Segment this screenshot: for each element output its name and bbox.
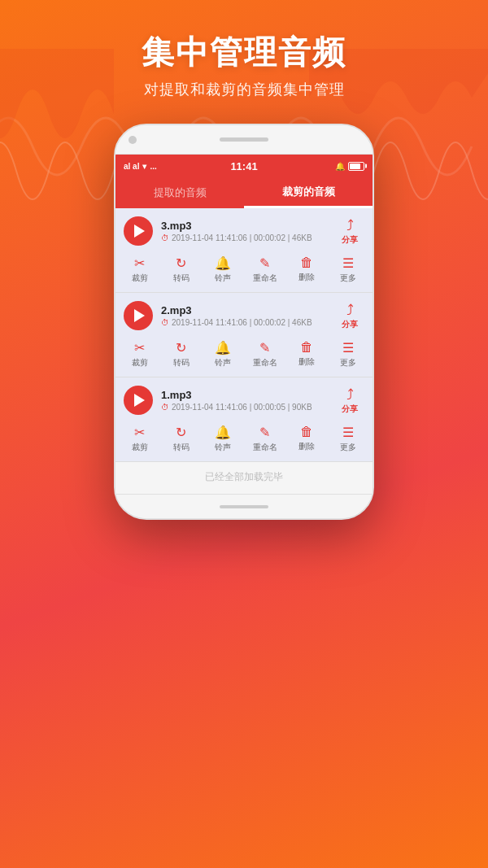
ringtone-label-3: 铃声 (215, 442, 231, 453)
rename-btn-2[interactable]: ✎ 重命名 (249, 340, 281, 369)
audio-actions-1: ✂ 裁剪 ↻ 转码 🔔 铃声 ✎ 重命名 (115, 251, 373, 292)
app-tab-bar: 提取的音频 裁剪的音频 (115, 177, 373, 208)
signal-icon: аl аl (124, 162, 139, 171)
audio-info-3: 1.mp3 ⏱ 2019-11-04 11:41:06 | 00:00:05 |… (161, 389, 327, 412)
share-button-1[interactable]: ⤴ 分享 (335, 217, 364, 246)
audio-filename-2: 2.mp3 (161, 304, 327, 316)
audio-meta-1: ⏱ 2019-11-04 11:41:06 | 00:00:02 | 46KB (161, 233, 327, 242)
more-btn-1[interactable]: ☰ 更多 (332, 255, 364, 284)
share-label-1: 分享 (342, 234, 358, 246)
crop-label-3: 裁剪 (132, 442, 148, 453)
audio-card-2-top: 2.mp3 ⏱ 2019-11-04 11:41:06 | 00:00:02 |… (115, 293, 373, 335)
delete-label-2: 删除 (298, 356, 315, 368)
play-button-2[interactable] (124, 301, 153, 330)
audio-filename-1: 3.mp3 (161, 220, 327, 232)
ringtone-label-2: 铃声 (215, 357, 231, 369)
tab-extracted-label: 提取的音频 (154, 185, 207, 200)
tab-cropped-label: 裁剪的音频 (282, 185, 335, 199)
clock-icon-3: ⏱ (161, 403, 169, 412)
battery-icon (348, 162, 364, 171)
phone-mockup: аl аl ▾ ... 11:41 🔔 提取的音频 裁剪的音频 (114, 124, 374, 520)
more-btn-3[interactable]: ☰ 更多 (332, 425, 364, 453)
crop-btn-1[interactable]: ✂ 裁剪 (124, 255, 156, 284)
rename-icon-1: ✎ (259, 255, 270, 271)
play-button-3[interactable] (124, 386, 153, 415)
audio-card-1-top: 3.mp3 ⏱ 2019-11-04 11:41:06 | 00:00:02 |… (115, 208, 373, 251)
status-time: 11:41 (230, 160, 257, 172)
header-section: 集中管理音频 对提取和裁剪的音频集中管理 (142, 0, 346, 116)
status-left: аl аl ▾ ... (124, 162, 157, 171)
audio-meta-3: ⏱ 2019-11-04 11:41:06 | 00:00:05 | 90KB (161, 403, 327, 412)
crop-icon-1: ✂ (134, 255, 145, 271)
share-icon-1: ⤴ (346, 217, 354, 234)
tab-cropped-audio[interactable]: 裁剪的音频 (244, 177, 373, 208)
audio-actions-3: ✂ 裁剪 ↻ 转码 🔔 铃声 ✎ 重命名 (115, 420, 373, 461)
rename-icon-3: ✎ (259, 425, 270, 440)
audio-meta-text-1: 2019-11-04 11:41:06 | 00:00:02 | 46KB (172, 233, 312, 242)
transcode-label-1: 转码 (173, 273, 190, 284)
ringtone-icon-1: 🔔 (215, 255, 231, 271)
share-button-2[interactable]: ⤴ 分享 (335, 302, 364, 330)
main-title: 集中管理音频 (142, 33, 346, 72)
play-button-1[interactable] (124, 216, 153, 246)
transcode-label-2: 转码 (173, 357, 190, 369)
ringtone-icon-2: 🔔 (215, 340, 231, 355)
status-dots: ... (150, 162, 156, 171)
audio-meta-2: ⏱ 2019-11-04 11:41:06 | 00:00:02 | 46KB (161, 318, 327, 327)
rename-label-2: 重命名 (253, 357, 277, 369)
audio-actions-2: ✂ 裁剪 ↻ 转码 🔔 铃声 ✎ 重命名 (115, 335, 373, 377)
status-right: 🔔 (335, 162, 364, 171)
delete-btn-3[interactable]: 🗑 删除 (290, 425, 323, 453)
more-icon-1: ☰ (342, 255, 354, 271)
delete-label-3: 删除 (298, 441, 315, 452)
audio-card-2: 2.mp3 ⏱ 2019-11-04 11:41:06 | 00:00:02 |… (115, 293, 373, 377)
rename-btn-1[interactable]: ✎ 重命名 (249, 255, 281, 284)
share-icon-2: ⤴ (346, 302, 354, 319)
share-label-3: 分享 (342, 403, 358, 415)
phone-top-bar (115, 125, 373, 155)
ringtone-btn-2[interactable]: 🔔 铃声 (207, 340, 239, 369)
rename-btn-3[interactable]: ✎ 重命名 (249, 425, 281, 453)
crop-label-2: 裁剪 (132, 357, 148, 369)
delete-btn-1[interactable]: 🗑 删除 (290, 255, 323, 284)
rename-label-1: 重命名 (253, 273, 277, 284)
ringtone-label-1: 铃声 (215, 273, 231, 284)
home-indicator (220, 505, 268, 508)
transcode-icon-1: ↻ (176, 255, 186, 271)
more-label-3: 更多 (340, 442, 356, 453)
phone-speaker (220, 137, 268, 142)
notification-icon: 🔔 (335, 162, 345, 171)
delete-btn-2[interactable]: 🗑 删除 (290, 340, 323, 369)
rename-label-3: 重命名 (253, 442, 277, 453)
crop-btn-3[interactable]: ✂ 裁剪 (124, 425, 156, 453)
share-button-3[interactable]: ⤴ 分享 (335, 386, 364, 415)
more-label-1: 更多 (340, 273, 356, 284)
crop-icon-2: ✂ (134, 340, 145, 355)
ringtone-btn-3[interactable]: 🔔 铃声 (207, 425, 239, 453)
transcode-icon-3: ↻ (176, 425, 186, 440)
share-icon-3: ⤴ (346, 386, 354, 403)
crop-icon-3: ✂ (134, 425, 145, 440)
tab-extracted-audio[interactable]: 提取的音频 (115, 177, 244, 208)
more-btn-2[interactable]: ☰ 更多 (332, 340, 364, 369)
audio-card-1: 3.mp3 ⏱ 2019-11-04 11:41:06 | 00:00:02 |… (115, 208, 373, 293)
ringtone-btn-1[interactable]: 🔔 铃声 (207, 255, 239, 284)
more-icon-3: ☰ (342, 425, 354, 440)
clock-icon-1: ⏱ (161, 233, 169, 242)
transcode-btn-2[interactable]: ↻ 转码 (165, 340, 198, 369)
audio-meta-text-2: 2019-11-04 11:41:06 | 00:00:02 | 46KB (172, 318, 312, 327)
transcode-btn-1[interactable]: ↻ 转码 (165, 255, 198, 284)
audio-info-1: 3.mp3 ⏱ 2019-11-04 11:41:06 | 00:00:02 |… (161, 220, 327, 242)
transcode-icon-2: ↻ (176, 340, 186, 355)
audio-filename-3: 1.mp3 (161, 389, 327, 401)
audio-meta-text-3: 2019-11-04 11:41:06 | 00:00:05 | 90KB (172, 403, 312, 412)
more-label-2: 更多 (340, 357, 356, 369)
clock-icon-2: ⏱ (161, 318, 169, 327)
transcode-label-3: 转码 (173, 442, 190, 453)
loaded-text: 已经全部加载完毕 (115, 462, 373, 494)
crop-btn-2[interactable]: ✂ 裁剪 (124, 340, 156, 369)
share-label-2: 分享 (342, 319, 358, 330)
transcode-btn-3[interactable]: ↻ 转码 (165, 425, 198, 453)
delete-icon-1: 🗑 (300, 255, 313, 270)
delete-icon-2: 🗑 (300, 340, 313, 355)
